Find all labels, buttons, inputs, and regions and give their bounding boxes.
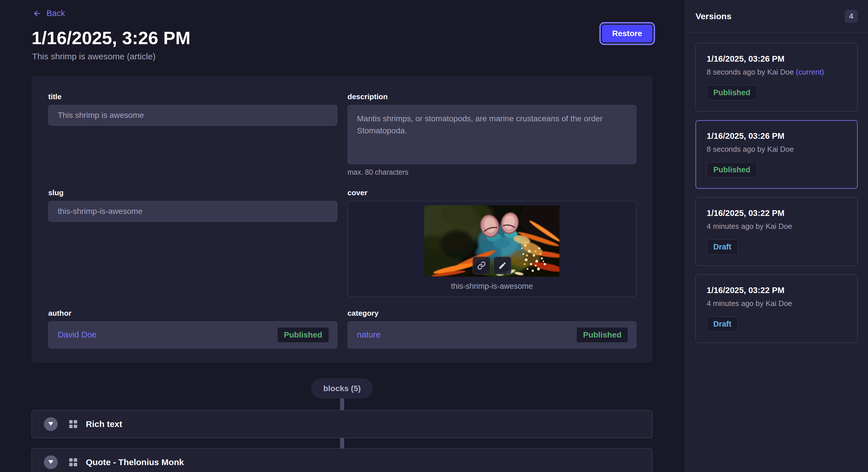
version-fields-panel: title This shrimp is awesome description…	[32, 76, 652, 363]
author-status-badge: Published	[277, 327, 329, 343]
version-card-2-selected[interactable]: 1/16/2025, 03:26 PM 8 seconds ago by Kai…	[695, 120, 858, 189]
block-label: Rich text	[86, 419, 122, 429]
field-slug: slug this-shrimp-is-awesome	[48, 189, 337, 297]
edit-cover-button[interactable]	[493, 257, 511, 274]
cover-card: this-shrimp-is-awesome	[348, 201, 637, 297]
version-meta: 8 seconds ago by Kai Doe	[707, 145, 846, 154]
accordion-toggle-button[interactable]	[44, 417, 58, 431]
blocks-pill-row: blocks (5)	[32, 378, 652, 399]
drag-handle-icon	[69, 420, 77, 428]
cover-photo	[424, 205, 559, 277]
versions-sidebar: Versions 4 1/16/2025, 03:26 PM 8 seconds…	[685, 0, 868, 472]
description-textarea: Mantis shrimps, or stomatopods, are mari…	[348, 105, 637, 164]
field-category: category nature Published	[348, 309, 637, 348]
cover-label: cover	[348, 189, 637, 197]
versions-count-badge: 4	[845, 10, 858, 23]
page-subtitle: This shrimp is awesome (article)	[32, 52, 685, 61]
versions-list: 1/16/2025, 03:26 PM 8 seconds ago by Kai…	[685, 33, 868, 353]
chevron-down-icon	[48, 422, 53, 426]
page-title: 1/16/2025, 3:26 PM	[32, 28, 685, 48]
description-hint: max. 80 characters	[348, 168, 637, 176]
restore-button[interactable]: Restore	[602, 25, 652, 42]
arrow-left-icon	[32, 9, 42, 18]
author-label: author	[48, 309, 337, 317]
author-link[interactable]: David Doe	[58, 330, 96, 339]
category-relation: nature Published	[348, 322, 637, 348]
copy-link-button[interactable]	[472, 257, 490, 274]
cover-actions	[472, 257, 511, 274]
version-card-1[interactable]: 1/16/2025, 03:26 PM 8 seconds ago by Kai…	[695, 43, 858, 111]
title-input: This shrimp is awesome	[48, 105, 337, 126]
slug-input: this-shrimp-is-awesome	[48, 201, 337, 222]
version-status-badge: Draft	[707, 239, 738, 255]
version-card-4[interactable]: 1/16/2025, 03:22 PM 4 minutes ago by Kai…	[695, 274, 858, 343]
version-meta: 4 minutes ago by Kai Doe	[707, 222, 846, 231]
block-accordion-rich-text[interactable]: Rich text	[32, 410, 652, 438]
version-card-3[interactable]: 1/16/2025, 03:22 PM 4 minutes ago by Kai…	[695, 197, 858, 266]
main-content: Back 1/16/2025, 3:26 PM This shrimp is a…	[0, 0, 685, 472]
field-title: title This shrimp is awesome	[48, 92, 337, 176]
blocks-connector	[340, 438, 344, 448]
category-link[interactable]: nature	[357, 330, 381, 339]
field-cover: cover	[348, 189, 637, 297]
block-accordion-quote[interactable]: Quote - Thelonius Monk	[32, 448, 652, 472]
field-author: author David Doe Published	[48, 309, 337, 348]
link-icon	[477, 261, 486, 270]
version-meta: 8 seconds ago by Kai Doe (current)	[707, 68, 846, 76]
block-label: Quote - Thelonius Monk	[86, 458, 184, 467]
author-relation: David Doe Published	[48, 322, 337, 348]
version-history-page: Back 1/16/2025, 3:26 PM This shrimp is a…	[0, 0, 868, 472]
back-label: Back	[46, 9, 65, 18]
versions-header: Versions 4	[685, 0, 868, 33]
accordion-toggle-button[interactable]	[44, 456, 58, 469]
slug-label: slug	[48, 189, 337, 197]
back-link[interactable]: Back	[32, 9, 65, 18]
version-status-badge: Draft	[707, 316, 738, 332]
version-date: 1/16/2025, 03:26 PM	[707, 54, 846, 64]
version-status-badge: Published	[707, 85, 757, 100]
category-label: category	[348, 309, 637, 317]
version-status-badge: Published	[707, 162, 757, 177]
title-label: title	[48, 92, 337, 101]
versions-title: Versions	[695, 11, 732, 21]
chevron-down-icon	[48, 460, 53, 464]
version-date: 1/16/2025, 03:26 PM	[707, 131, 846, 141]
blocks-connector	[340, 399, 344, 410]
version-meta: 4 minutes ago by Kai Doe	[707, 299, 846, 308]
version-date: 1/16/2025, 03:22 PM	[707, 208, 846, 218]
pencil-icon	[498, 261, 507, 270]
current-version-tag: (current)	[796, 68, 824, 76]
field-description: description Mantis shrimps, or stomatopo…	[348, 92, 637, 176]
version-date: 1/16/2025, 03:22 PM	[707, 285, 846, 295]
blocks-count-pill: blocks (5)	[311, 378, 373, 399]
category-status-badge: Published	[577, 327, 628, 343]
drag-handle-icon	[69, 458, 77, 466]
description-label: description	[348, 92, 637, 101]
cover-filename: this-shrimp-is-awesome	[451, 282, 533, 291]
